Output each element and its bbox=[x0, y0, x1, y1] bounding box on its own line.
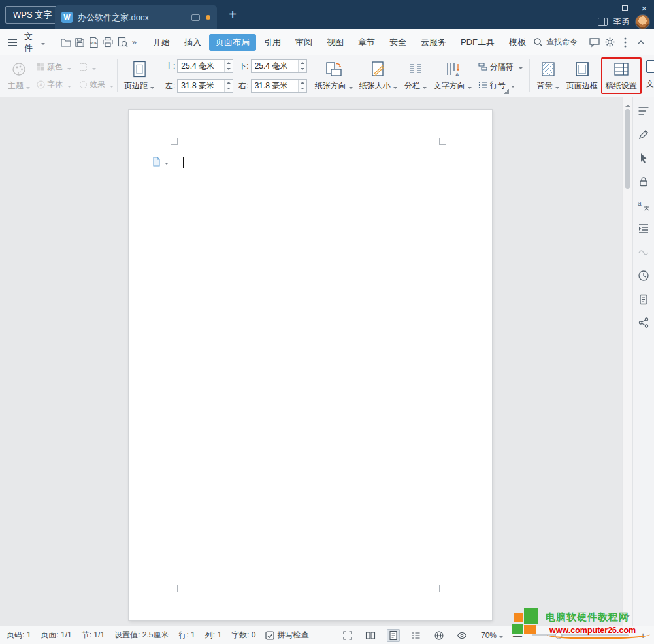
spinner-arrows-icon[interactable] bbox=[298, 60, 306, 72]
vertical-scrollbar[interactable] bbox=[622, 97, 632, 626]
paper-size-button[interactable]: 纸张大小 bbox=[356, 57, 401, 95]
margin-bottom-spinner[interactable] bbox=[251, 59, 307, 73]
text-direction-button[interactable]: A 文字方向 bbox=[431, 57, 475, 95]
fullscreen-view-icon[interactable] bbox=[341, 629, 354, 642]
zoom-level[interactable]: 70% bbox=[481, 631, 503, 640]
print-preview-button[interactable] bbox=[115, 35, 129, 50]
spell-check-button[interactable]: 拼写检查 bbox=[265, 630, 308, 641]
switch-window-icon[interactable] bbox=[598, 18, 608, 26]
zoom-slider-thumb[interactable] bbox=[555, 632, 563, 639]
wps-app-button[interactable]: WPS 文字 bbox=[5, 6, 59, 24]
export-pdf-button[interactable]: PDF bbox=[87, 35, 101, 50]
page-setup-smarttag[interactable] bbox=[152, 157, 169, 167]
pen-annotate-icon[interactable] bbox=[636, 127, 651, 142]
blue-page-icon bbox=[152, 157, 161, 167]
menu-hamburger-icon[interactable] bbox=[7, 36, 18, 49]
theme-button: 主题 bbox=[4, 57, 34, 95]
status-page-count[interactable]: 页面: 1/1 bbox=[41, 630, 71, 641]
theme-extra-button bbox=[79, 61, 114, 72]
spinner-arrows-icon[interactable] bbox=[224, 80, 233, 92]
outline-view-icon[interactable] bbox=[410, 629, 423, 642]
user-avatar[interactable] bbox=[635, 14, 650, 29]
read-layout-view-icon[interactable] bbox=[364, 629, 377, 642]
outline-panel-icon[interactable] bbox=[636, 104, 651, 118]
divider bbox=[52, 37, 52, 48]
tab-review[interactable]: 审阅 bbox=[289, 34, 319, 51]
theme-effects-button: 效果 bbox=[79, 79, 114, 90]
zoom-out-button[interactable]: — bbox=[513, 630, 522, 641]
tab-view[interactable]: 视图 bbox=[320, 34, 350, 51]
theme-colors-button: 颜色 bbox=[37, 61, 71, 72]
tab-home[interactable]: 开始 bbox=[146, 34, 176, 51]
file-menu-button[interactable]: 文件 bbox=[24, 31, 45, 54]
page-margins-icon bbox=[132, 60, 147, 78]
status-page-number[interactable]: 页码: 1 bbox=[7, 630, 31, 641]
margin-top-spinner[interactable] bbox=[177, 59, 233, 73]
status-section[interactable]: 节: 1/1 bbox=[82, 630, 105, 641]
tab-pdf-tools[interactable]: PDF工具 bbox=[454, 34, 501, 51]
tab-page-layout[interactable]: 页面布局 bbox=[209, 34, 256, 51]
paper-orientation-button[interactable]: 纸张方向 bbox=[312, 57, 356, 95]
zoom-slider[interactable] bbox=[532, 634, 629, 636]
lock-icon[interactable] bbox=[636, 174, 651, 189]
document-area[interactable] bbox=[0, 97, 654, 626]
paper-size-label: 纸张大小 bbox=[359, 80, 391, 91]
margin-bottom-label: 下: bbox=[235, 61, 248, 72]
select-cursor-icon[interactable] bbox=[636, 151, 651, 165]
manuscript-setup-button[interactable]: 稿纸设置 bbox=[601, 57, 642, 94]
new-tab-button[interactable]: + bbox=[225, 6, 240, 23]
tab-security[interactable]: 安全 bbox=[383, 34, 413, 51]
page-margins-button[interactable]: 页边距 bbox=[121, 57, 157, 95]
clipped-ribbon-button[interactable]: 文 bbox=[646, 60, 654, 89]
breaks-button[interactable]: 分隔符 bbox=[478, 61, 523, 72]
user-name[interactable]: 李勇 bbox=[613, 16, 629, 27]
background-button[interactable]: 背景 bbox=[533, 57, 563, 95]
share-icon[interactable] bbox=[636, 315, 651, 330]
settings-gear-icon[interactable] bbox=[604, 35, 617, 50]
history-clock-icon[interactable] bbox=[636, 268, 651, 283]
scroll-down-arrow-icon[interactable] bbox=[625, 615, 630, 620]
tab-cloud-service[interactable]: 云服务 bbox=[414, 34, 453, 51]
paragraph-layout-icon[interactable] bbox=[636, 221, 651, 236]
print-button[interactable] bbox=[101, 35, 116, 50]
margin-crop-mark bbox=[171, 585, 178, 592]
feedback-comment-icon[interactable] bbox=[588, 35, 601, 50]
collapse-ribbon-icon[interactable] bbox=[634, 35, 647, 50]
print-layout-view-icon[interactable] bbox=[387, 629, 400, 642]
margin-right-spinner[interactable] bbox=[251, 79, 307, 93]
scroll-up-arrow-icon[interactable] bbox=[625, 102, 630, 107]
tab-insert[interactable]: 插入 bbox=[178, 34, 208, 51]
tab-references[interactable]: 引用 bbox=[257, 34, 287, 51]
save-button[interactable] bbox=[73, 35, 88, 50]
scrollbar-thumb[interactable] bbox=[625, 109, 630, 189]
open-file-button[interactable] bbox=[59, 35, 73, 50]
eye-protect-view-icon[interactable] bbox=[455, 629, 468, 642]
page-border-button[interactable]: 页面边框 bbox=[563, 57, 601, 95]
tab-thumbnail-icon[interactable] bbox=[191, 14, 200, 21]
line-numbers-button[interactable]: 行号 bbox=[478, 80, 523, 91]
status-setting-value[interactable]: 设置值: 2.5厘米 bbox=[114, 630, 169, 641]
translate-icon[interactable]: a bbox=[636, 198, 651, 212]
columns-button[interactable]: 分栏 bbox=[401, 57, 431, 95]
clipboard-notes-icon[interactable] bbox=[636, 292, 651, 306]
more-quick-commands-button[interactable]: » bbox=[132, 37, 137, 47]
document-page[interactable] bbox=[129, 110, 492, 620]
chevron-down-icon bbox=[41, 43, 45, 47]
more-options-kebab-icon[interactable] bbox=[619, 35, 632, 50]
spinner-arrows-icon[interactable] bbox=[224, 60, 233, 72]
status-word-count[interactable]: 字数: 0 bbox=[231, 630, 255, 641]
spinner-arrows-icon[interactable] bbox=[298, 80, 306, 92]
zoom-in-button[interactable]: + bbox=[638, 630, 647, 641]
web-layout-view-icon[interactable] bbox=[433, 629, 446, 642]
clipped-button-icon bbox=[646, 60, 654, 73]
status-bar: 页码: 1 页面: 1/1 节: 1/1 设置值: 2.5厘米 行: 1 列: … bbox=[0, 626, 654, 644]
tab-section[interactable]: 章节 bbox=[352, 34, 382, 51]
document-tab[interactable]: W 办公软件之家.docx bbox=[55, 5, 217, 29]
dialog-launcher-icon[interactable] bbox=[504, 89, 509, 94]
tab-templates[interactable]: 模板 bbox=[502, 34, 532, 51]
margin-left-spinner[interactable] bbox=[177, 79, 233, 93]
svg-text:PDF: PDF bbox=[90, 41, 98, 45]
margin-settings-group: 上: 下: 左: 右: bbox=[162, 59, 307, 93]
find-command-button[interactable]: 查找命令 bbox=[533, 37, 578, 48]
breaks-linenumbers-group: 分隔符 行号 bbox=[478, 61, 523, 91]
